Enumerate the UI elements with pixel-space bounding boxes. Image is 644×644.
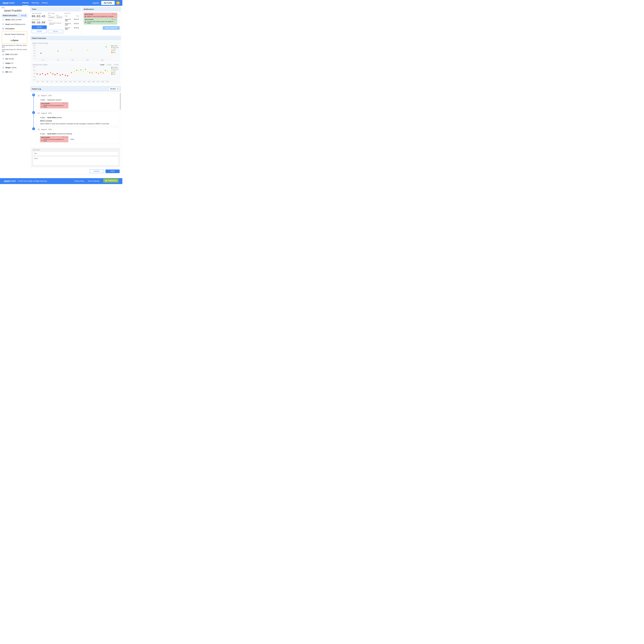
footer-logo: chord health [4, 180, 16, 182]
data-point [47, 73, 48, 74]
add-note-section: ADD NOTE [31, 148, 120, 167]
phone-icon [2, 19, 4, 21]
data-point [50, 72, 51, 73]
data-point [83, 71, 84, 72]
calendar-icon [38, 129, 40, 130]
patient-name: Janet Franklin [4, 9, 27, 12]
add-time-button[interactable]: Add time [48, 30, 63, 33]
scrollbar[interactable] [120, 93, 121, 110]
month-timer: 00:16:04 [32, 21, 47, 24]
data-point [60, 75, 61, 76]
height-icon [2, 62, 4, 64]
data-point [71, 49, 72, 50]
notifications-card: Notifications Janet Franklin📅 Aug 5 IMPA… [82, 7, 121, 35]
svg-rect-20 [38, 95, 39, 96]
bmi-icon [2, 71, 4, 73]
contact-button[interactable]: Contact us! [103, 179, 118, 183]
post-note-button[interactable]: POST [105, 170, 120, 173]
calendar-icon [2, 54, 4, 55]
chart-legend: Excellent Very Good Good Fair Poor [111, 45, 118, 54]
privacy-link[interactable]: Privacy Policy [74, 180, 84, 182]
note-title-input[interactable] [33, 151, 118, 156]
data-point [96, 72, 97, 73]
warning-icon [41, 139, 43, 141]
timer-card: Timer THIS SESSION 00:03:43 THIS MONTH 0… [30, 7, 81, 35]
svg-rect-6 [3, 54, 4, 55]
top-nav: chord health Patients Reporting Settings… [0, 0, 122, 6]
mark-resolved-button[interactable]: MARK RESOLVED [103, 26, 120, 30]
data-point [67, 75, 68, 76]
nav-patients[interactable]: Patients [22, 2, 29, 6]
log-notification: Janet Franklin📅 Aug 5 IMPACT score has i… [40, 102, 68, 108]
cancel-note-button[interactable]: CANCEL [90, 170, 104, 173]
time-range-option[interactable]: 3 months [107, 64, 111, 65]
undo-link[interactable]: Undo [70, 138, 74, 140]
data-point [89, 72, 90, 73]
add-time-time[interactable] [56, 16, 63, 19]
chart-0: IMPACT SCORE TREND 100806040200 8/18/58/… [31, 41, 120, 62]
rx-icon [2, 28, 4, 30]
svg-point-16 [85, 17, 86, 17]
time-range-option[interactable]: 6 months [114, 64, 118, 65]
data-point [76, 70, 77, 71]
notification-item[interactable]: Janet Franklin📅 Aug 5 IMPACT score has i… [84, 13, 117, 18]
prescribed-note: Prescribed August 20, 2020 (two weeks ag… [2, 44, 27, 48]
log-filter-select[interactable]: All time ▾ [109, 87, 119, 90]
log-notification: Janet Franklin📅 Aug 5 IMPACT score has i… [40, 136, 68, 142]
data-point [40, 74, 41, 75]
data-point [94, 71, 95, 73]
data-point [74, 71, 75, 72]
add-time-date[interactable] [48, 16, 55, 19]
chart-1: DISEASE RISK TREND1 month3 months6 month… [31, 63, 120, 83]
back-link[interactable]: Back [2, 7, 5, 8]
data-point [40, 53, 41, 54]
nav-reporting[interactable]: Reporting [32, 2, 39, 4]
warning-icon [41, 105, 43, 107]
bell-icon [32, 94, 35, 96]
data-point [105, 46, 107, 47]
check-icon [32, 127, 35, 130]
user-avatar[interactable]: CM [116, 1, 120, 5]
log-entry: August 6 , 2020 4:20pmSarah Welch posted… [32, 111, 119, 126]
data-point [57, 51, 58, 52]
reason-input[interactable]: called patient to discuss care plan. [48, 22, 63, 27]
history-row: August 18 , 202000:03:02 [64, 22, 79, 27]
clear-button[interactable]: CLEAR [32, 29, 47, 33]
terms-link[interactable]: Terms of Service [88, 180, 99, 182]
weight-icon [2, 67, 4, 69]
calendar-icon [38, 112, 40, 114]
data-point [103, 73, 104, 74]
history-row: August 5 , 202000:05:06 [64, 27, 79, 31]
patient-sidebar: Back Janet Franklin Patient Information … [0, 6, 29, 176]
data-point [80, 69, 81, 70]
data-point [107, 71, 108, 72]
patient-log-card: Patient Log All time ▾ August 5 , 2020 7… [30, 86, 121, 175]
data-point [62, 74, 63, 75]
chart-legend: Excellent Very Good Good Fair Poor [111, 67, 118, 75]
edit-icon [24, 15, 26, 16]
svg-point-8 [3, 58, 4, 59]
data-point [91, 73, 92, 74]
history-row: August 25 , 202000:07:56 [64, 18, 79, 22]
footer: chord health © 2020 Chord Health. All Ri… [0, 178, 122, 184]
notification-item[interactable]: Janet Franklin📅 Aug 5 You are 3:56 minut… [84, 18, 117, 25]
logout-link[interactable]: Log out [93, 2, 99, 4]
my-profile-button[interactable]: My Profile [101, 1, 115, 5]
edit-icon [32, 111, 35, 114]
nav-settings[interactable]: Settings [42, 2, 48, 4]
data-point [100, 72, 101, 73]
pause-button[interactable]: PAUSE [32, 25, 47, 29]
note-body-input[interactable] [33, 156, 118, 165]
data-point [45, 74, 46, 75]
notification-checkbox[interactable] [118, 15, 120, 16]
time-range-option[interactable]: 1 month [100, 64, 104, 65]
data-point [57, 73, 58, 74]
session-timer: 00:03:43 [32, 15, 47, 18]
patient-info-header: Patient Information Edit [2, 14, 27, 18]
edit-button[interactable]: Edit [21, 15, 26, 16]
notification-checkbox[interactable] [118, 21, 120, 22]
sex-icon [2, 58, 4, 60]
note-icon [85, 21, 86, 23]
data-point [105, 70, 106, 71]
outcomes-card: Patient Outcomes IMPACT SCORE TREND 1008… [30, 36, 121, 85]
